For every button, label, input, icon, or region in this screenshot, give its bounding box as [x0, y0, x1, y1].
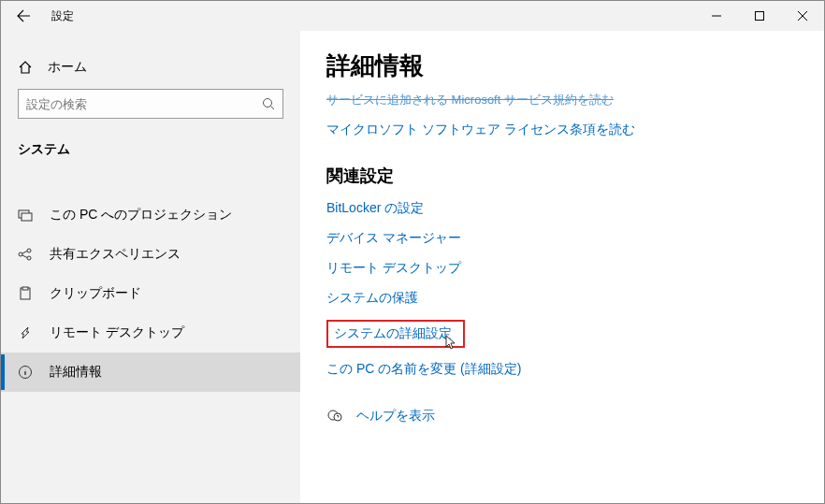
link-rename-pc[interactable]: この PC の名前を変更 (詳細設定): [326, 361, 798, 378]
sidebar-item-label: この PC へのプロジェクション: [50, 207, 232, 223]
sidebar-home-label: ホーム: [48, 59, 87, 76]
search-box[interactable]: [18, 89, 283, 119]
sidebar-item-remote[interactable]: リモート デスクトップ: [1, 313, 300, 353]
sidebar-home[interactable]: ホーム: [1, 51, 300, 89]
svg-rect-0: [756, 12, 764, 21]
link-services-terms[interactable]: サービスに追加される Microsoft サービス規約を読む: [326, 93, 614, 107]
link-system-protection[interactable]: システムの保護: [326, 290, 798, 307]
minimize-icon: [712, 11, 721, 21]
maximize-icon: [755, 11, 764, 21]
svg-point-5: [27, 249, 31, 252]
back-button[interactable]: [1, 1, 46, 31]
page-title: 詳細情報: [326, 50, 798, 82]
help-icon: [326, 408, 343, 425]
maximize-button[interactable]: [738, 1, 781, 31]
main-content: 詳細情報 サービスに追加される Microsoft サービス規約を読む マイクロ…: [300, 31, 824, 503]
svg-point-1: [264, 99, 272, 108]
close-button[interactable]: [781, 1, 824, 31]
link-remote-desktop[interactable]: リモート デスクトップ: [326, 260, 798, 277]
sidebar-item-label: リモート デスクトップ: [50, 324, 184, 341]
back-arrow-icon: [16, 8, 31, 23]
link-device-manager[interactable]: デバイス マネージャー: [326, 230, 798, 247]
project-icon: [18, 208, 33, 223]
sidebar-item-shared[interactable]: 共有エクスペリエンス: [1, 235, 300, 274]
link-bitlocker[interactable]: BitLocker の設定: [326, 200, 798, 217]
help-row[interactable]: ヘルプを表示: [326, 408, 798, 425]
sidebar-category: システム: [1, 136, 300, 177]
highlight-box: システムの詳細設定: [326, 320, 465, 348]
svg-point-4: [19, 252, 22, 256]
sidebar-item-clipboard[interactable]: クリップボード: [1, 274, 300, 313]
clipboard-icon: [18, 286, 33, 301]
svg-rect-8: [22, 287, 28, 290]
sidebar-item-label: 詳細情報: [50, 364, 102, 381]
svg-rect-3: [22, 213, 32, 221]
link-advanced-system[interactable]: システムの詳細設定: [334, 325, 452, 342]
home-icon: [18, 60, 33, 75]
remote-icon: [18, 325, 33, 340]
share-icon: [18, 247, 33, 262]
link-help[interactable]: ヘルプを表示: [356, 408, 435, 425]
sidebar-item-label: 共有エクスペリエンス: [50, 246, 181, 263]
close-icon: [798, 11, 807, 21]
sidebar: ホーム システム この PC へのプロジェクション 共有エクスペリエンス: [1, 31, 300, 503]
sidebar-item-about[interactable]: 詳細情報: [1, 353, 300, 392]
search-icon: [262, 97, 275, 110]
link-license[interactable]: マイクロソフト ソフトウェア ライセンス条項を読む: [326, 122, 798, 138]
svg-point-6: [27, 256, 31, 260]
search-input[interactable]: [26, 97, 262, 111]
minimize-button[interactable]: [695, 1, 738, 31]
info-icon: [18, 365, 33, 380]
sidebar-item-label: クリップボード: [50, 285, 141, 302]
titlebar: 設定: [1, 1, 824, 31]
sidebar-item-projection[interactable]: この PC へのプロジェクション: [1, 195, 300, 235]
window-title: 設定: [46, 8, 74, 24]
related-settings-heading: 関連設定: [326, 165, 798, 187]
